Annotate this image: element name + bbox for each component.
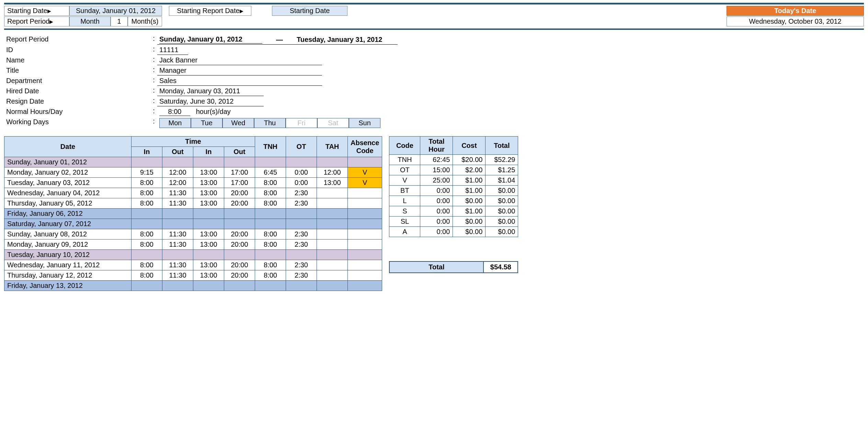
starting-report-date-value[interactable]: Starting Date — [272, 6, 347, 16]
summary-row: V25:00$1.00$1.04 — [389, 175, 518, 186]
day-sat[interactable]: Sat — [317, 118, 349, 128]
report-period-num[interactable]: 1 — [111, 16, 128, 26]
value-title[interactable]: Manager — [157, 66, 322, 75]
day-wed[interactable]: Wed — [222, 118, 254, 128]
grand-total-value: $54.58 — [484, 261, 518, 273]
header-row-1: Starting Date Sunday, January 01, 2012 S… — [4, 6, 864, 16]
grand-total-row: Total $54.58 — [389, 261, 518, 273]
th-cost: Cost — [453, 137, 486, 155]
starting-date-label: Starting Date — [4, 6, 69, 16]
todays-date-value: Wednesday, October 03, 2012 — [727, 16, 864, 26]
label-normal-hours: Normal Hours/Day — [6, 107, 150, 117]
summary-row: A0:00$0.00$0.00 — [389, 227, 518, 237]
th-time: Time — [132, 137, 255, 147]
label-title: Title — [6, 66, 150, 75]
summary-row: SL0:00$0.00$0.00 — [389, 217, 518, 227]
working-days-row: MonTueWedThuFriSatSun — [157, 117, 398, 129]
th-out2: Out — [224, 147, 255, 157]
report-period-label: Report Period — [4, 16, 69, 26]
info-section: Report Period : Sunday, January 01, 2012… — [6, 35, 864, 129]
summary-row: OT15:00$2.00$1.25 — [389, 165, 518, 175]
table-row[interactable]: Sunday, January 08, 20128:0011:3013:0020… — [4, 229, 382, 239]
th-abs: Absence Code — [348, 137, 382, 157]
starting-report-date-label: Starting Report Date — [169, 6, 251, 16]
label-hired: Hired Date — [6, 86, 150, 96]
table-row[interactable]: Friday, January 06, 2012 — [4, 209, 382, 219]
th-ot: OT — [286, 137, 317, 157]
table-row[interactable]: Thursday, January 12, 20128:0011:3013:00… — [4, 270, 382, 281]
value-normal-hours: 8:00 hour(s)/day — [157, 107, 398, 117]
table-row[interactable]: Tuesday, January 03, 20128:0012:0013:001… — [4, 178, 382, 188]
table-row[interactable]: Wednesday, January 11, 20128:0011:3013:0… — [4, 260, 382, 270]
th-in1: In — [132, 147, 162, 157]
label-department: Department — [6, 76, 150, 86]
table-row[interactable]: Thursday, January 05, 20128:0011:3013:00… — [4, 198, 382, 209]
label-report-period: Report Period — [6, 35, 150, 45]
table-row[interactable]: Sunday, January 01, 2012 — [4, 157, 382, 167]
timesheet-table[interactable]: Date Time TNH OT TAH Absence Code In Out… — [4, 136, 382, 291]
value-hired[interactable]: Monday, January 03, 2011 — [157, 86, 264, 96]
report-period-units: Month(s) — [128, 16, 162, 26]
summary-table[interactable]: Code Total Hour Cost Total TNH62:45$20.0… — [389, 136, 518, 237]
table-row[interactable]: Monday, January 09, 20128:0011:3013:0020… — [4, 239, 382, 250]
summary-row: TNH62:45$20.00$52.29 — [389, 155, 518, 165]
table-row[interactable]: Monday, January 02, 20129:1512:0013:0017… — [4, 167, 382, 178]
todays-date-label: Today's Date — [727, 6, 864, 16]
th-date: Date — [4, 137, 132, 157]
starting-date-value[interactable]: Sunday, January 01, 2012 — [69, 6, 162, 16]
day-fri[interactable]: Fri — [286, 118, 317, 128]
th-tnh: TNH — [255, 137, 286, 157]
value-resign[interactable]: Saturday, June 30, 2012 — [157, 97, 264, 106]
table-row[interactable]: Wednesday, January 04, 20128:0011:3013:0… — [4, 188, 382, 198]
th-tah: TAH — [317, 137, 348, 157]
report-period-unit[interactable]: Month — [69, 16, 111, 26]
th-hour: Total Hour — [420, 137, 453, 155]
summary-row: BT0:00$1.00$0.00 — [389, 186, 518, 196]
value-report-period: Sunday, January 01, 2012 — Tuesday, Janu… — [157, 35, 398, 45]
th-out1: Out — [162, 147, 193, 157]
summary-row: S0:00$1.00$0.00 — [389, 206, 518, 217]
table-row[interactable]: Tuesday, January 10, 2012 — [4, 250, 382, 260]
day-sun[interactable]: Sun — [349, 118, 380, 128]
day-tue[interactable]: Tue — [191, 118, 222, 128]
day-thu[interactable]: Thu — [254, 118, 286, 128]
day-mon[interactable]: Mon — [159, 118, 191, 128]
th-code: Code — [389, 137, 420, 155]
label-resign: Resign Date — [6, 97, 150, 106]
th-in2: In — [193, 147, 224, 157]
summary-row: L0:00$0.00$0.00 — [389, 196, 518, 206]
header-row-2: Report Period Month 1 Month(s) Wednesday… — [4, 16, 864, 26]
label-id: ID — [6, 45, 150, 55]
value-name[interactable]: Jack Banner — [157, 56, 322, 65]
label-working-days: Working Days — [6, 117, 150, 129]
th-total: Total — [486, 137, 518, 155]
value-department[interactable]: Sales — [157, 76, 322, 86]
label-name: Name — [6, 56, 150, 65]
value-id[interactable]: 11111 — [157, 45, 188, 55]
table-row[interactable]: Friday, January 13, 2012 — [4, 281, 382, 291]
table-row[interactable]: Saturday, January 07, 2012 — [4, 219, 382, 229]
grand-total-label: Total — [389, 261, 484, 273]
